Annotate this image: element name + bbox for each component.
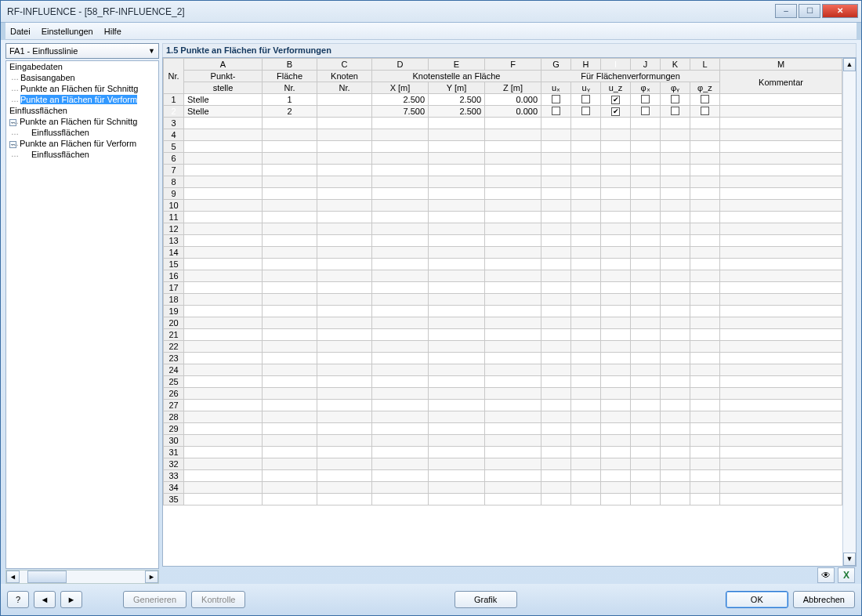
table-row[interactable]: 18: [164, 294, 842, 306]
table-row[interactable]: 19: [164, 306, 842, 317]
row-number[interactable]: 7: [164, 165, 184, 176]
data-grid[interactable]: Nr. A B C D E F G H I J: [163, 58, 842, 505]
cell-z[interactable]: 0.000: [485, 94, 541, 106]
table-row[interactable]: 23: [164, 353, 842, 364]
table-row[interactable]: 28: [164, 411, 842, 423]
row-number[interactable]: 19: [164, 306, 184, 317]
row-number[interactable]: 5: [164, 141, 184, 153]
cell-uy[interactable]: [571, 94, 601, 106]
table-row[interactable]: 15: [164, 259, 842, 270]
checkbox[interactable]: [671, 107, 679, 115]
table-row[interactable]: 24: [164, 364, 842, 376]
grid-scroll[interactable]: Nr. A B C D E F G H I J: [163, 58, 842, 566]
close-button[interactable]: ✕: [822, 4, 858, 18]
menu-help[interactable]: Hilfe: [104, 27, 121, 36]
table-row[interactable]: 32: [164, 458, 842, 470]
scroll-thumb[interactable]: [27, 571, 67, 583]
row-number[interactable]: 18: [164, 294, 184, 306]
table-row[interactable]: 26: [164, 388, 842, 400]
cell-uz[interactable]: [601, 94, 631, 106]
table-row[interactable]: 30: [164, 435, 842, 447]
row-number[interactable]: 23: [164, 353, 184, 364]
row-number[interactable]: 31: [164, 447, 184, 458]
table-row[interactable]: 6: [164, 153, 842, 165]
table-row[interactable]: 12: [164, 223, 842, 235]
row-number[interactable]: 11: [164, 212, 184, 223]
kontrolle-button[interactable]: Kontrolle: [191, 591, 245, 608]
checkbox[interactable]: [552, 95, 560, 103]
tree-item-verform1[interactable]: Punkte an Flächen für Verform: [6, 94, 158, 105]
checkbox[interactable]: [701, 95, 709, 103]
cell-phix[interactable]: [631, 106, 661, 118]
cell-y[interactable]: 2.500: [429, 106, 485, 118]
row-number[interactable]: 2: [164, 106, 184, 118]
row-number[interactable]: 28: [164, 411, 184, 423]
table-row[interactable]: 9: [164, 188, 842, 200]
nav-tree[interactable]: Eingabedaten Basisangaben Punkte an Fläc…: [5, 60, 159, 569]
cell-stelle[interactable]: Stelle: [184, 106, 263, 118]
row-number[interactable]: 4: [164, 129, 184, 141]
row-number[interactable]: 22: [164, 341, 184, 353]
hdr-I[interactable]: I: [601, 59, 631, 71]
table-row[interactable]: 31: [164, 447, 842, 458]
cell-uy[interactable]: [571, 106, 601, 118]
cell-kommentar[interactable]: [720, 94, 842, 106]
hdr-B[interactable]: B: [263, 59, 317, 71]
cell-phiz[interactable]: [690, 94, 720, 106]
table-row[interactable]: 14: [164, 247, 842, 259]
grafik-button[interactable]: Grafik: [455, 591, 517, 608]
table-row[interactable]: 2Stelle27.5002.5000.000: [164, 106, 842, 118]
row-number[interactable]: 10: [164, 200, 184, 212]
scroll-left-icon[interactable]: ◄: [6, 571, 20, 583]
row-number[interactable]: 20: [164, 317, 184, 329]
table-row[interactable]: 7: [164, 165, 842, 176]
table-row[interactable]: 4: [164, 129, 842, 141]
hdr-L[interactable]: L: [690, 59, 720, 71]
row-number[interactable]: 1: [164, 94, 184, 106]
load-case-combo[interactable]: FA1 - Einflusslinie ▼: [5, 43, 159, 59]
table-row[interactable]: 27: [164, 400, 842, 411]
table-row[interactable]: 5: [164, 141, 842, 153]
row-number[interactable]: 34: [164, 482, 184, 494]
cell-stelle[interactable]: Stelle: [184, 94, 263, 106]
row-number[interactable]: 6: [164, 153, 184, 165]
table-row[interactable]: 13: [164, 235, 842, 247]
cell-ux[interactable]: [541, 94, 571, 106]
checkbox[interactable]: [641, 107, 650, 115]
checkbox[interactable]: [611, 96, 620, 104]
row-number[interactable]: 13: [164, 235, 184, 247]
cell-ux[interactable]: [541, 106, 571, 118]
table-row[interactable]: 10: [164, 200, 842, 212]
tree-root-einflussflaechen[interactable]: Einflussflächen: [6, 105, 158, 116]
row-number[interactable]: 9: [164, 188, 184, 200]
row-number[interactable]: 27: [164, 400, 184, 411]
collapse-icon[interactable]: –: [9, 119, 16, 126]
hdr-G[interactable]: G: [541, 59, 571, 71]
row-number[interactable]: 14: [164, 247, 184, 259]
vscroll-track[interactable]: [843, 71, 856, 553]
row-number[interactable]: 25: [164, 376, 184, 388]
row-number[interactable]: 21: [164, 329, 184, 341]
table-row[interactable]: 20: [164, 317, 842, 329]
scroll-right-icon[interactable]: ►: [145, 571, 158, 583]
row-number[interactable]: 15: [164, 259, 184, 270]
grid-vscroll[interactable]: ▲ ▼: [842, 58, 856, 566]
row-number[interactable]: 17: [164, 282, 184, 294]
abbrechen-button[interactable]: Abbrechen: [793, 591, 855, 608]
prev-button[interactable]: ◄: [34, 591, 56, 608]
next-button[interactable]: ►: [60, 591, 82, 608]
hdr-A[interactable]: A: [184, 59, 263, 71]
row-number[interactable]: 12: [164, 223, 184, 235]
cell-kommentar[interactable]: [720, 106, 842, 118]
hdr-E[interactable]: E: [429, 59, 485, 71]
cell-x[interactable]: 2.500: [372, 94, 429, 106]
row-number[interactable]: 29: [164, 423, 184, 435]
menu-file[interactable]: Datei: [10, 27, 31, 36]
table-row[interactable]: 33: [164, 470, 842, 482]
excel-export-button[interactable]: X: [838, 567, 855, 583]
table-row[interactable]: 17: [164, 282, 842, 294]
row-number[interactable]: 8: [164, 176, 184, 188]
collapse-icon[interactable]: –: [9, 141, 16, 148]
table-row[interactable]: 22: [164, 341, 842, 353]
tree-item-einfluss-b[interactable]: Einflussflächen: [6, 149, 158, 160]
